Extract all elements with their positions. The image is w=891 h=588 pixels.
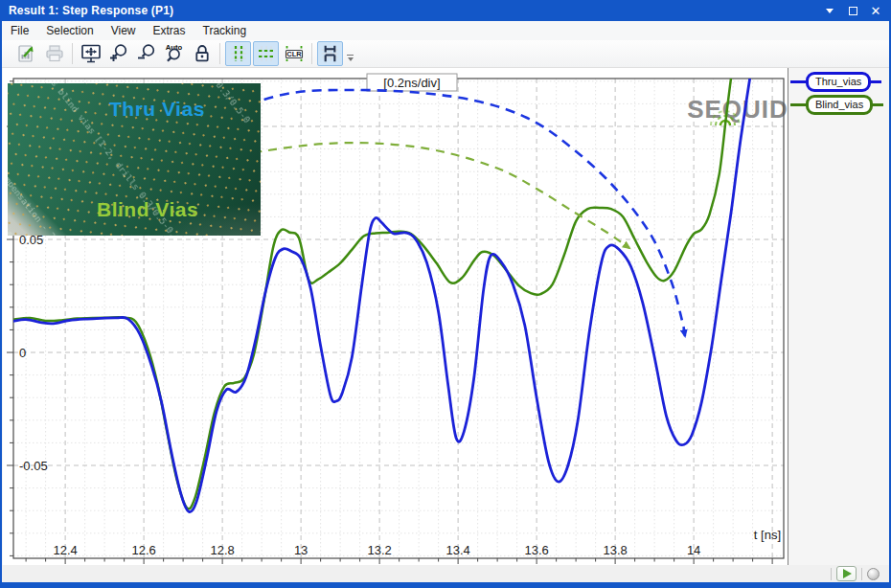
play-button[interactable]: [836, 566, 857, 581]
x-tick-label: 12.4: [53, 543, 77, 557]
window-menu-button[interactable]: [818, 2, 841, 19]
print-button[interactable]: [41, 41, 67, 66]
clear-cursors-label: CLR: [286, 50, 302, 58]
menu-item-tracking[interactable]: Tracking: [194, 21, 256, 40]
close-button[interactable]: ✕: [864, 2, 887, 19]
export-icon: [15, 42, 38, 65]
x-tick-label: 12.8: [210, 543, 234, 557]
horizontal-cursors-icon: [255, 42, 278, 65]
window-frame: [0, 582, 891, 588]
zoom-out-button[interactable]: [133, 41, 159, 66]
menu-item-view[interactable]: View: [103, 21, 145, 40]
x-tick-label: 12.6: [131, 543, 155, 557]
fit-screen-icon: [80, 42, 103, 65]
statusbar-separator: [831, 568, 832, 580]
toolbar-overflow-button[interactable]: [347, 55, 354, 61]
sequid-logo-text: SEQUID: [687, 95, 788, 124]
y-tick-label: 0: [19, 346, 26, 360]
zoom-auto-label: Auto: [166, 43, 183, 52]
toolbar-separator: [72, 43, 73, 64]
x-tick-label: 13.2: [367, 543, 391, 557]
clear-cursors-icon: CLR: [283, 42, 306, 65]
export-button[interactable]: [13, 41, 39, 66]
maximize-icon: [849, 7, 857, 15]
content-area: SEQUID12.412.612.81313.213.413.613.8140.…: [2, 68, 889, 565]
blind-vias-label: Blind Vias: [97, 198, 198, 221]
x-tick-label: 13.6: [524, 543, 548, 557]
x-tick-label: 13: [294, 543, 308, 557]
vertical-cursors-icon: [227, 42, 250, 65]
x-tick-label: 14: [687, 543, 700, 557]
menu-item-extras[interactable]: Extras: [145, 21, 194, 40]
toolbar-separator: [311, 43, 312, 64]
zoom-in-button[interactable]: [105, 41, 131, 66]
app-window: Result 1: Step Response (P1) ✕ FileSelec…: [0, 0, 891, 588]
close-icon: ✕: [871, 4, 881, 18]
x-axis-label: t [ns]: [754, 528, 781, 542]
fit-view-button[interactable]: [78, 41, 103, 66]
legend-line-stub: [790, 103, 806, 106]
pcb-inset-photo: s blind vias [1-2, drills 0.3/0.5-0.6 co…: [8, 83, 261, 236]
menu-bar: FileSelectionViewExtrasTracking: [2, 21, 889, 40]
maximize-button[interactable]: [841, 2, 864, 19]
plot-area[interactable]: SEQUID12.412.612.81313.213.413.613.8140.…: [3, 68, 788, 565]
zoom-out-icon: [135, 42, 158, 65]
printer-icon: [43, 42, 66, 65]
toolbar: Auto: [2, 40, 889, 68]
legend-line-stub: [871, 80, 881, 83]
thru-vias-label: Thru Vias: [109, 98, 205, 121]
legend-line-stub: [873, 103, 883, 106]
toolbar-grip[interactable]: [4, 42, 10, 65]
statusbar-separator: [861, 568, 862, 580]
legend-line-stub: [790, 80, 806, 83]
response-mode-icon: [318, 42, 342, 65]
menu-item-file[interactable]: File: [2, 21, 37, 40]
legend-pill[interactable]: Blind_vias: [806, 95, 873, 115]
status-led-icon: [867, 568, 880, 580]
clear-cursors-button[interactable]: CLR: [281, 41, 307, 66]
zoom-auto-button[interactable]: Auto: [161, 41, 187, 66]
window-frame: [0, 0, 2, 588]
legend-item-blind_vias[interactable]: Blind_vias: [790, 95, 883, 114]
toolbar-separator: [219, 43, 220, 64]
legend-pill[interactable]: Thru_vias: [806, 72, 871, 92]
y-tick-label: -0.05: [19, 459, 48, 473]
response-mode-toggle[interactable]: [317, 41, 343, 66]
vertical-cursors-toggle[interactable]: [225, 41, 251, 66]
chevron-down-icon: [826, 9, 834, 13]
x-tick-label: 13.4: [446, 543, 469, 557]
title-bar[interactable]: Result 1: Step Response (P1) ✕: [0, 0, 891, 21]
legend-panel: Thru_viasBlind_vias: [788, 68, 889, 565]
legend-item-thru_vias[interactable]: Thru_vias: [790, 72, 881, 91]
status-bar: [2, 565, 889, 582]
x-tick-label: 13.8: [603, 543, 627, 557]
lock-icon: [191, 42, 214, 65]
time-scale-label: [0.2ns/div]: [383, 76, 440, 90]
lock-button[interactable]: [189, 41, 215, 66]
overflow-bar-icon: [347, 55, 354, 56]
zoom-auto-icon: Auto: [162, 42, 186, 65]
chevron-down-icon: [348, 57, 354, 61]
window-title: Result 1: Step Response (P1): [0, 4, 173, 17]
horizontal-cursors-toggle[interactable]: [253, 41, 279, 66]
menu-item-selection[interactable]: Selection: [37, 21, 102, 40]
play-icon: [843, 569, 852, 578]
zoom-in-icon: [107, 42, 130, 65]
